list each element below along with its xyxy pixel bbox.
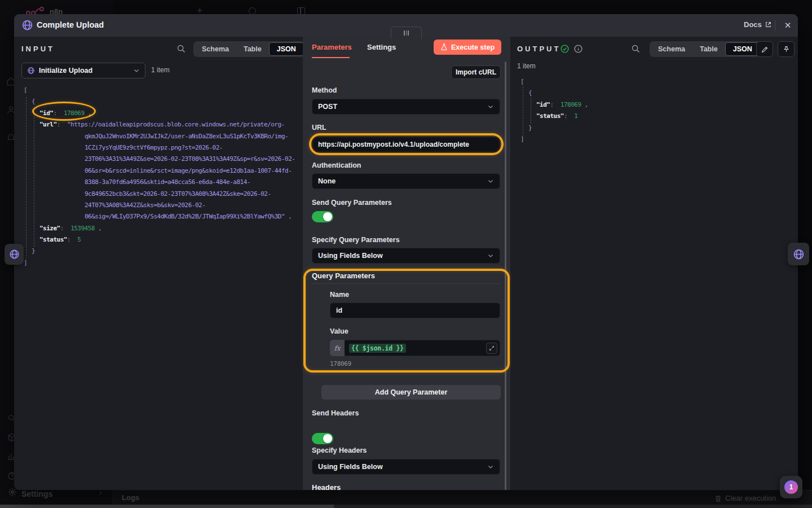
- logs-panel-title[interactable]: Logs: [122, 493, 139, 502]
- authentication-label: Authentication: [312, 161, 361, 169]
- specify-query-label: Specify Query Parameters: [312, 236, 400, 244]
- info-icon[interactable]: [573, 44, 583, 54]
- import-curl-button[interactable]: Import cURL: [451, 65, 501, 79]
- code-line: "url": "https://oaidalleapiprodscus.blob…: [24, 119, 300, 130]
- success-check-icon: [560, 44, 570, 54]
- docs-link[interactable]: Docs: [744, 20, 772, 29]
- headers-title: Headers: [312, 483, 341, 490]
- search-icon[interactable]: [631, 44, 641, 54]
- code-line: "status": 5: [24, 234, 300, 246]
- code-line: 06&sr=b&rscd=inline&rsct=image/png&skoid…: [24, 165, 300, 177]
- indent-guide: [34, 108, 34, 247]
- input-source-value: Initialize Upload: [39, 67, 129, 75]
- panel-drag-handle[interactable]: [391, 27, 422, 39]
- qp-value-label: Value: [330, 327, 348, 335]
- output-json-view: [{"id": 178069 ,"status": 1}]: [520, 76, 791, 145]
- code-line: [: [24, 85, 300, 96]
- logs-scrollbar[interactable]: [0, 505, 334, 508]
- authentication-value: None: [318, 177, 487, 185]
- chevron-down-icon: [487, 463, 494, 470]
- node-details-modal: Complete Upload Docs ✕ INPUT Schema Tabl…: [14, 14, 798, 490]
- input-source-select[interactable]: Initialize Upload: [21, 63, 145, 78]
- http-node-globe-icon: [21, 19, 33, 31]
- parameters-scrollbar[interactable]: [505, 62, 506, 490]
- section-divider: [312, 283, 500, 284]
- output-endpoint-button[interactable]: [788, 243, 809, 265]
- execute-step-button[interactable]: Execute step: [434, 40, 501, 55]
- url-label: URL: [312, 124, 326, 132]
- input-view-tabs: Schema Table JSON: [193, 41, 305, 57]
- close-icon[interactable]: ✕: [780, 17, 796, 33]
- indent-guide: [531, 98, 531, 124]
- code-line: 06&sig=/WLIyD37Px9/Ss4dKdB/32d%2B/JTWqIa…: [24, 211, 300, 222]
- qp-value-expression-input[interactable]: {{ $json.id }}: [345, 340, 500, 356]
- qp-name-input[interactable]: id: [330, 303, 500, 318]
- chevron-down-icon: [487, 178, 494, 185]
- tab-json[interactable]: JSON: [269, 42, 304, 56]
- method-select[interactable]: POST: [312, 99, 500, 115]
- code-line: "id": 178069 ,: [24, 108, 300, 119]
- send-headers-toggle[interactable]: [312, 433, 333, 444]
- output-view-tabs: Schema Table JSON: [650, 41, 761, 57]
- code-line: qkmJQuJ2WnvoIKMr2UJwIJkZ/user-aNsDaZ8exL…: [24, 131, 300, 142]
- code-line: 23T06%3A31%3A49Z&se=2026-02-23T08%3A31%3…: [24, 154, 300, 165]
- code-line: }: [24, 246, 300, 257]
- input-items-count: 1 item: [151, 66, 170, 74]
- output-panel-title: OUTPUT: [517, 45, 561, 53]
- code-line: ]: [520, 134, 791, 145]
- add-query-parameter-button[interactable]: Add Query Parameter: [321, 385, 501, 400]
- external-link-icon: [765, 21, 772, 28]
- globe-icon: [793, 248, 805, 260]
- input-panel: INPUT Schema Table JSON Initialize Uploa…: [14, 37, 303, 490]
- indent-guide: [523, 86, 523, 136]
- sidebar-item-settings[interactable]: Settings: [21, 489, 52, 498]
- method-value: POST: [318, 103, 487, 111]
- pencil-icon: [761, 46, 769, 53]
- search-icon[interactable]: [176, 44, 186, 54]
- tab-schema[interactable]: Schema: [195, 43, 236, 55]
- settings-gear-icon[interactable]: [8, 488, 17, 497]
- logs-panel-bar: [113, 490, 812, 505]
- logs-scrollbar-track: [334, 505, 812, 508]
- send-query-toggle[interactable]: [312, 211, 333, 222]
- open-expression-editor-button[interactable]: [486, 343, 497, 354]
- assistant-button[interactable]: 1: [780, 476, 802, 498]
- chevron-down-icon: [133, 67, 140, 74]
- tab-parameters[interactable]: Parameters: [312, 43, 352, 51]
- input-endpoint-button[interactable]: [5, 244, 24, 265]
- expression-result-preview: 178069: [330, 360, 351, 367]
- code-line: "id": 178069 ,: [520, 99, 791, 111]
- method-label: Method: [312, 86, 337, 94]
- execute-step-label: Execute step: [451, 43, 495, 51]
- url-input[interactable]: https://api.postmypost.io/v4.1/upload/co…: [312, 137, 500, 152]
- tab-table[interactable]: Table: [236, 43, 269, 55]
- code-line: "size": 1539458 ,: [24, 223, 300, 234]
- specify-query-select[interactable]: Using Fields Below: [312, 248, 500, 264]
- docs-label: Docs: [744, 20, 762, 29]
- parameters-panel: Parameters Settings Execute step Import …: [303, 37, 510, 490]
- specify-headers-select[interactable]: Using Fields Below: [312, 459, 500, 475]
- authentication-select[interactable]: None: [312, 173, 500, 189]
- tab-table[interactable]: Table: [692, 43, 725, 55]
- fx-prefix: fx: [330, 340, 345, 356]
- tab-json[interactable]: JSON: [725, 42, 760, 56]
- clear-execution-button[interactable]: Clear execution: [725, 494, 776, 502]
- input-panel-title: INPUT: [21, 45, 55, 53]
- globe-icon: [9, 249, 20, 260]
- code-line: {: [520, 87, 791, 99]
- flask-icon: [440, 43, 448, 51]
- tab-schema[interactable]: Schema: [651, 43, 692, 55]
- tab-settings[interactable]: Settings: [367, 43, 396, 51]
- chevron-down-icon: [487, 252, 494, 259]
- specify-query-value: Using Fields Below: [318, 252, 487, 260]
- code-line: {: [24, 96, 300, 107]
- input-json-view: [{"id": 178069 ,"url": "https://oaidalle…: [24, 85, 300, 269]
- expression-text: {{ $json.id }}: [349, 344, 406, 353]
- specify-headers-label: Specify Headers: [312, 446, 367, 454]
- code-line: "status": 1: [520, 111, 791, 122]
- code-line: 8388-3a70fd6a4956&sktid=a48cca56-e6da-48…: [24, 177, 300, 188]
- edit-output-button[interactable]: [756, 41, 773, 57]
- pin-data-button[interactable]: [778, 41, 795, 57]
- code-line: }: [520, 122, 791, 134]
- node-title: Complete Upload: [37, 20, 104, 29]
